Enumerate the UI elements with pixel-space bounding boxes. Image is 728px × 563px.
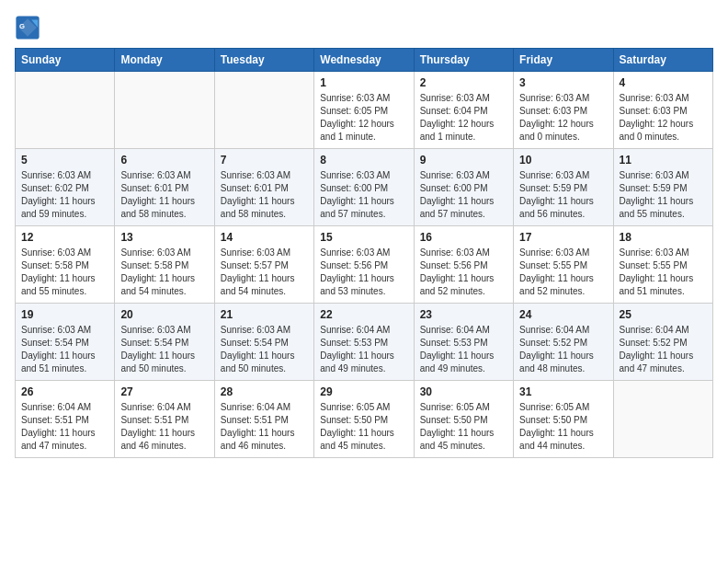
cell-date: 16: [420, 231, 507, 244]
cell-info: Sunrise: 6:03 AMSunset: 5:54 PMDaylight:…: [21, 324, 108, 375]
calendar-cell: 18Sunrise: 6:03 AMSunset: 5:55 PMDayligh…: [613, 226, 712, 304]
cell-date: 3: [519, 76, 607, 89]
cell-date: 8: [320, 154, 407, 167]
calendar-cell: 17Sunrise: 6:03 AMSunset: 5:55 PMDayligh…: [514, 226, 613, 304]
calendar-cell: [613, 381, 712, 458]
calendar-cell: 23Sunrise: 6:04 AMSunset: 5:53 PMDayligh…: [414, 304, 513, 381]
cell-info: Sunrise: 6:03 AMSunset: 5:56 PMDaylight:…: [420, 247, 507, 298]
week-row-3: 12Sunrise: 6:03 AMSunset: 5:58 PMDayligh…: [16, 226, 713, 304]
cell-info: Sunrise: 6:03 AMSunset: 6:03 PMDaylight:…: [620, 92, 707, 144]
header-row: SundayMondayTuesdayWednesdayThursdayFrid…: [16, 49, 713, 72]
cell-info: Sunrise: 6:03 AMSunset: 5:57 PMDaylight:…: [221, 247, 308, 298]
cell-date: 4: [620, 76, 707, 89]
calendar-cell: 15Sunrise: 6:03 AMSunset: 5:56 PMDayligh…: [314, 226, 414, 304]
calendar-cell: 21Sunrise: 6:03 AMSunset: 5:54 PMDayligh…: [214, 304, 313, 381]
cell-info: Sunrise: 6:04 AMSunset: 5:51 PMDaylight:…: [221, 401, 308, 453]
calendar-cell: 4Sunrise: 6:03 AMSunset: 6:03 PMDaylight…: [613, 72, 712, 149]
calendar-cell: 5Sunrise: 6:03 AMSunset: 6:02 PMDaylight…: [16, 149, 115, 226]
calendar-cell: [115, 72, 214, 149]
svg-text:G: G: [19, 22, 25, 30]
calendar-table: SundayMondayTuesdayWednesdayThursdayFrid…: [15, 48, 713, 458]
logo-icon: G: [15, 15, 40, 40]
calendar-cell: 10Sunrise: 6:03 AMSunset: 5:59 PMDayligh…: [514, 149, 613, 226]
calendar-cell: 24Sunrise: 6:04 AMSunset: 5:52 PMDayligh…: [514, 304, 613, 381]
cell-info: Sunrise: 6:03 AMSunset: 5:55 PMDaylight:…: [620, 247, 707, 298]
cell-info: Sunrise: 6:04 AMSunset: 5:52 PMDaylight:…: [620, 324, 707, 375]
cell-date: 13: [120, 231, 208, 244]
cell-date: 11: [620, 154, 707, 167]
day-header-friday: Friday: [514, 49, 613, 72]
cell-info: Sunrise: 6:03 AMSunset: 5:56 PMDaylight:…: [320, 247, 407, 298]
cell-info: Sunrise: 6:03 AMSunset: 5:58 PMDaylight:…: [21, 247, 108, 298]
cell-info: Sunrise: 6:03 AMSunset: 6:01 PMDaylight:…: [221, 169, 308, 221]
cell-info: Sunrise: 6:04 AMSunset: 5:53 PMDaylight:…: [420, 324, 507, 375]
day-header-saturday: Saturday: [613, 49, 712, 72]
cell-info: Sunrise: 6:03 AMSunset: 6:01 PMDaylight:…: [120, 169, 208, 221]
calendar-cell: 14Sunrise: 6:03 AMSunset: 5:57 PMDayligh…: [214, 226, 313, 304]
calendar-cell: 25Sunrise: 6:04 AMSunset: 5:52 PMDayligh…: [613, 304, 712, 381]
cell-info: Sunrise: 6:04 AMSunset: 5:52 PMDaylight:…: [519, 324, 607, 375]
calendar-cell: 30Sunrise: 6:05 AMSunset: 5:50 PMDayligh…: [414, 381, 513, 458]
calendar-cell: 11Sunrise: 6:03 AMSunset: 5:59 PMDayligh…: [613, 149, 712, 226]
calendar-cell: 22Sunrise: 6:04 AMSunset: 5:53 PMDayligh…: [314, 304, 414, 381]
cell-date: 21: [221, 308, 308, 321]
cell-info: Sunrise: 6:05 AMSunset: 5:50 PMDaylight:…: [519, 401, 607, 453]
cell-date: 1: [320, 76, 407, 89]
cell-date: 7: [221, 154, 308, 167]
calendar-cell: 3Sunrise: 6:03 AMSunset: 6:03 PMDaylight…: [514, 72, 613, 149]
cell-info: Sunrise: 6:03 AMSunset: 6:00 PMDaylight:…: [320, 169, 407, 221]
cell-date: 12: [21, 231, 108, 244]
cell-info: Sunrise: 6:04 AMSunset: 5:51 PMDaylight:…: [21, 401, 108, 453]
calendar-cell: [16, 72, 115, 149]
calendar-cell: 19Sunrise: 6:03 AMSunset: 5:54 PMDayligh…: [16, 304, 115, 381]
cell-date: 6: [120, 154, 208, 167]
cell-date: 31: [519, 385, 607, 398]
cell-date: 14: [221, 231, 308, 244]
cell-date: 25: [620, 308, 707, 321]
week-row-5: 26Sunrise: 6:04 AMSunset: 5:51 PMDayligh…: [16, 381, 713, 458]
cell-date: 18: [620, 231, 707, 244]
calendar-cell: 29Sunrise: 6:05 AMSunset: 5:50 PMDayligh…: [314, 381, 414, 458]
day-header-sunday: Sunday: [16, 49, 115, 72]
cell-date: 27: [120, 385, 208, 398]
cell-date: 15: [320, 231, 407, 244]
cell-info: Sunrise: 6:04 AMSunset: 5:53 PMDaylight:…: [320, 324, 407, 375]
cell-info: Sunrise: 6:03 AMSunset: 6:04 PMDaylight:…: [420, 92, 507, 144]
calendar-cell: 12Sunrise: 6:03 AMSunset: 5:58 PMDayligh…: [16, 226, 115, 304]
page-header: G: [15, 15, 713, 40]
cell-info: Sunrise: 6:03 AMSunset: 5:55 PMDaylight:…: [519, 247, 607, 298]
week-row-1: 1Sunrise: 6:03 AMSunset: 6:05 PMDaylight…: [16, 72, 713, 149]
calendar-cell: 8Sunrise: 6:03 AMSunset: 6:00 PMDaylight…: [314, 149, 414, 226]
cell-date: 26: [21, 385, 108, 398]
logo: G: [15, 15, 44, 40]
calendar-cell: 9Sunrise: 6:03 AMSunset: 6:00 PMDaylight…: [414, 149, 513, 226]
cell-date: 23: [420, 308, 507, 321]
calendar-cell: 13Sunrise: 6:03 AMSunset: 5:58 PMDayligh…: [115, 226, 214, 304]
calendar-cell: 26Sunrise: 6:04 AMSunset: 5:51 PMDayligh…: [16, 381, 115, 458]
cell-info: Sunrise: 6:03 AMSunset: 6:03 PMDaylight:…: [519, 92, 607, 144]
calendar-cell: 27Sunrise: 6:04 AMSunset: 5:51 PMDayligh…: [115, 381, 214, 458]
cell-info: Sunrise: 6:03 AMSunset: 5:59 PMDaylight:…: [519, 169, 607, 221]
calendar-cell: 1Sunrise: 6:03 AMSunset: 6:05 PMDaylight…: [314, 72, 414, 149]
cell-info: Sunrise: 6:04 AMSunset: 5:51 PMDaylight:…: [120, 401, 208, 453]
day-header-wednesday: Wednesday: [314, 49, 414, 72]
cell-date: 19: [21, 308, 108, 321]
cell-info: Sunrise: 6:03 AMSunset: 6:05 PMDaylight:…: [320, 92, 407, 144]
calendar-cell: 7Sunrise: 6:03 AMSunset: 6:01 PMDaylight…: [214, 149, 313, 226]
calendar-cell: 20Sunrise: 6:03 AMSunset: 5:54 PMDayligh…: [115, 304, 214, 381]
calendar-cell: 16Sunrise: 6:03 AMSunset: 5:56 PMDayligh…: [414, 226, 513, 304]
calendar-cell: 28Sunrise: 6:04 AMSunset: 5:51 PMDayligh…: [214, 381, 313, 458]
cell-info: Sunrise: 6:03 AMSunset: 6:02 PMDaylight:…: [21, 169, 108, 221]
cell-date: 30: [420, 385, 507, 398]
cell-date: 9: [420, 154, 507, 167]
calendar-cell: [214, 72, 313, 149]
cell-info: Sunrise: 6:03 AMSunset: 5:54 PMDaylight:…: [221, 324, 308, 375]
calendar-cell: 6Sunrise: 6:03 AMSunset: 6:01 PMDaylight…: [115, 149, 214, 226]
cell-info: Sunrise: 6:03 AMSunset: 5:54 PMDaylight:…: [120, 324, 208, 375]
day-header-tuesday: Tuesday: [214, 49, 313, 72]
cell-date: 17: [519, 231, 607, 244]
cell-date: 20: [120, 308, 208, 321]
cell-info: Sunrise: 6:03 AMSunset: 5:59 PMDaylight:…: [620, 169, 707, 221]
cell-info: Sunrise: 6:05 AMSunset: 5:50 PMDaylight:…: [320, 401, 407, 453]
cell-info: Sunrise: 6:03 AMSunset: 6:00 PMDaylight:…: [420, 169, 507, 221]
